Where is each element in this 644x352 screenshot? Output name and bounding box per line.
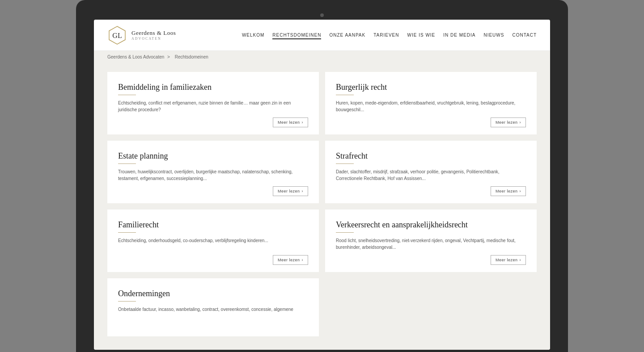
nav-nieuws[interactable]: NIEUWS <box>483 31 504 39</box>
logo-hex-icon: GL <box>107 25 127 45</box>
meer-lezen-strafrecht[interactable]: Meer lezen › <box>491 186 526 196</box>
card-text-familiezaken: Echtscheiding, conflict met erfgenamen, … <box>118 100 308 113</box>
breadcrumb: Geerdens & Loos Advocaten > Rechtsdomein… <box>94 51 550 63</box>
main-content: Bemiddeling in familiezaken Echtscheidin… <box>94 63 550 350</box>
card-title-strafrecht: Strafrecht <box>336 151 526 161</box>
card-divider <box>336 163 354 164</box>
meer-lezen-burgerlijk[interactable]: Meer lezen › <box>491 117 526 127</box>
card-footer: Meer lezen › <box>336 255 526 265</box>
main-nav: WELKOM RECHTSDOMEINEN ONZE AANPAK TARIEV… <box>242 31 537 39</box>
card-strafrecht: Strafrecht Dader, slachtoffer, misdrijf,… <box>325 141 537 203</box>
nav-in-de-media[interactable]: IN DE MEDIA <box>443 31 475 39</box>
card-divider <box>118 301 136 302</box>
card-text-strafrecht: Dader, slachtoffer, misdrijf, strafzaak,… <box>336 168 526 182</box>
breadcrumb-separator: > <box>167 54 170 59</box>
svg-text:GL: GL <box>112 32 122 39</box>
chevron-right-icon: › <box>302 120 304 125</box>
card-ondernemingen: Ondernemingen Onbetaalde factuur, incass… <box>107 278 319 336</box>
logo-sub-text: ADVOCATEN <box>131 37 176 41</box>
meer-lezen-familiezaken[interactable]: Meer lezen › <box>273 117 308 127</box>
card-estate-planning: Estate planning Trouwen, huwelijkscontra… <box>107 141 319 203</box>
nav-rechtsdomeinen[interactable]: RECHTSDOMEINEN <box>272 31 321 39</box>
nav-tarieven[interactable]: TARIEVEN <box>373 31 399 39</box>
logo-brand-name: Geerdens & Loos <box>131 29 176 37</box>
nav-wie-is-wie[interactable]: WIE IS WIE <box>407 31 436 39</box>
card-divider <box>118 232 136 233</box>
header: GL Geerdens & Loos ADVOCATEN WELKOM RECH… <box>94 20 550 51</box>
chevron-right-icon: › <box>302 258 304 262</box>
card-text-burgerlijk: Huren, kopen, mede-eigendom, erfdienstba… <box>336 100 526 113</box>
chevron-right-icon: › <box>520 258 521 262</box>
card-footer: Meer lezen › <box>118 255 308 265</box>
nav-welkom[interactable]: WELKOM <box>242 31 264 39</box>
breadcrumb-current: Rechtsdomeinen <box>175 54 208 59</box>
card-footer: Meer lezen › <box>118 186 308 196</box>
meer-lezen-estate[interactable]: Meer lezen › <box>273 186 308 196</box>
laptop-screen: GL Geerdens & Loos ADVOCATEN WELKOM RECH… <box>94 20 550 350</box>
cards-grid: Bemiddeling in familiezaken Echtscheidin… <box>107 72 537 336</box>
card-title-burgerlijk: Burgerlijk recht <box>336 83 526 92</box>
laptop-frame: GL Geerdens & Loos ADVOCATEN WELKOM RECH… <box>76 0 568 352</box>
chevron-right-icon: › <box>302 189 304 193</box>
card-divider <box>336 232 354 233</box>
card-divider <box>118 163 136 164</box>
card-title-familierecht: Familierecht <box>118 220 308 230</box>
breadcrumb-home[interactable]: Geerdens & Loos Advocaten <box>107 54 164 59</box>
nav-onze-aanpak[interactable]: ONZE AANPAK <box>329 31 365 39</box>
card-title-estate: Estate planning <box>118 151 308 161</box>
card-text-ondernemingen: Onbetaalde factuur, incasso, wanbetaling… <box>118 306 308 329</box>
logo-area: GL Geerdens & Loos ADVOCATEN <box>107 25 176 45</box>
card-familierecht: Familierecht Echtscheiding, onderhoudsge… <box>107 210 319 272</box>
card-title-familiezaken: Bemiddeling in familiezaken <box>118 83 308 92</box>
card-footer: Meer lezen › <box>118 117 308 127</box>
card-text-estate: Trouwen, huwelijkscontract, overlijden, … <box>118 168 308 182</box>
card-divider <box>118 95 136 95</box>
chevron-right-icon: › <box>520 120 521 125</box>
card-burgerlijk-recht: Burgerlijk recht Huren, kopen, mede-eige… <box>325 72 537 134</box>
card-familiezaken: Bemiddeling in familiezaken Echtscheidin… <box>107 72 319 134</box>
meer-lezen-familierecht[interactable]: Meer lezen › <box>273 255 308 265</box>
card-title-verkeersrecht: Verkeersrecht en aansprakelijkheidsrecht <box>336 220 526 230</box>
card-divider <box>336 95 354 95</box>
card-title-ondernemingen: Ondernemingen <box>118 289 308 298</box>
camera-dot <box>320 13 324 17</box>
card-verkeersrecht: Verkeersrecht en aansprakelijkheidsrecht… <box>325 210 537 272</box>
chevron-right-icon: › <box>520 189 521 193</box>
card-text-verkeersrecht: Rood licht, snelheidsovertreding, niet-v… <box>336 237 526 251</box>
card-footer: Meer lezen › <box>336 117 526 127</box>
meer-lezen-verkeersrecht[interactable]: Meer lezen › <box>491 255 526 265</box>
logo-text: Geerdens & Loos ADVOCATEN <box>131 29 176 41</box>
card-footer: Meer lezen › <box>336 186 526 196</box>
card-text-familierecht: Echtscheiding, onderhoudsgeld, co-ouders… <box>118 237 308 251</box>
nav-contact[interactable]: CONTACT <box>512 31 537 39</box>
